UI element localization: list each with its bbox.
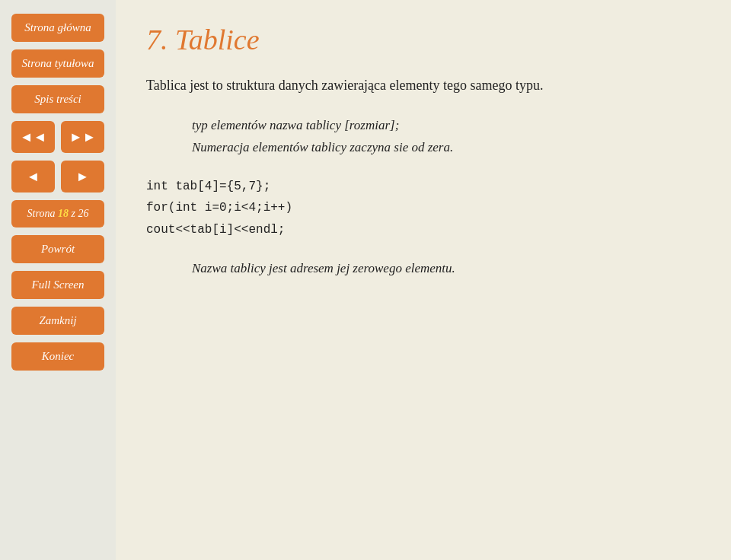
left-arrow-icon: ◄ (27, 169, 40, 185)
code-line-2: for(int i=0;i<4;i++) (146, 201, 292, 215)
code-line-1: int tab[4]={5,7}; (146, 180, 270, 193)
chapter-title: 7. Tablice (146, 23, 693, 56)
code-line-3: cout<<tab[i]<<endl; (146, 223, 285, 237)
page-label: Strona (27, 208, 58, 219)
page-current: 18 (58, 208, 69, 219)
double-left-arrow-icon: ◄◄ (20, 129, 47, 145)
home-button[interactable]: Strona główna (11, 14, 104, 42)
page-info: Strona 18 z 26 (11, 200, 104, 228)
indented-line-1: typ elementów nazwa tablicy [rozmiar]; (192, 118, 399, 132)
prev-button[interactable]: ◄ (11, 161, 55, 192)
double-arrow-row: ◄◄ ►► (11, 121, 104, 153)
back-button[interactable]: Powrót (11, 235, 104, 263)
double-next-button[interactable]: ►► (61, 121, 104, 153)
title-page-button[interactable]: Strona tytułowa (11, 49, 104, 78)
right-arrow-icon: ► (76, 169, 90, 185)
end-button[interactable]: Koniec (11, 342, 104, 371)
fullscreen-button[interactable]: Full Screen (11, 271, 104, 299)
toc-button[interactable]: Spis treści (11, 85, 104, 113)
page-separator: z (69, 208, 78, 219)
intro-paragraph: Tablica jest to struktura danych zawiera… (146, 75, 664, 97)
indented-line-2: Numeracja elementów tablicy zaczyna sie … (192, 140, 453, 154)
next-button[interactable]: ► (61, 161, 104, 192)
code-block: int tab[4]={5,7}; for(int i=0;i<4;i++) c… (146, 176, 693, 241)
main-content: 7. Tablice Tablica jest to struktura dan… (116, 0, 731, 560)
page-total: 26 (78, 208, 88, 219)
double-right-arrow-icon: ►► (69, 129, 97, 145)
sidebar: Strona główna Strona tytułowa Spis treśc… (0, 0, 116, 560)
indented-block: typ elementów nazwa tablicy [rozmiar]; N… (192, 115, 693, 159)
double-prev-button[interactable]: ◄◄ (11, 121, 55, 153)
closing-text: Nazwa tablicy jest adresem jej zerowego … (192, 258, 693, 278)
single-arrow-row: ◄ ► (11, 161, 104, 192)
close-button[interactable]: Zamknij (11, 307, 104, 335)
